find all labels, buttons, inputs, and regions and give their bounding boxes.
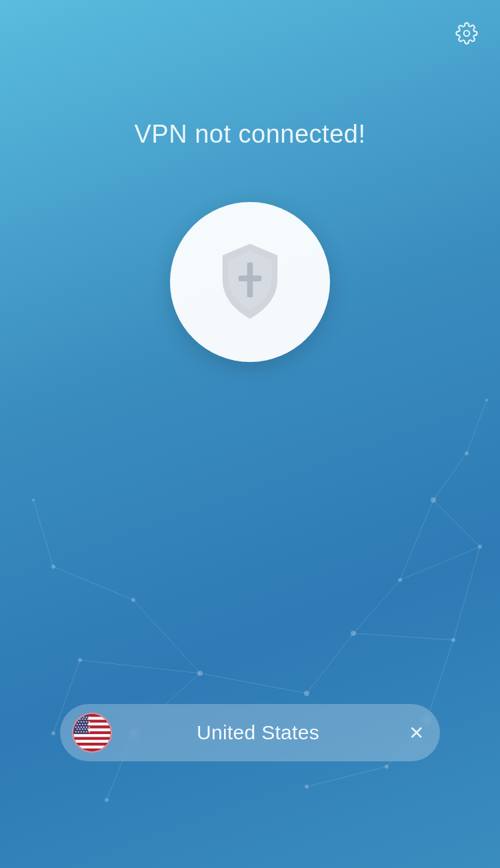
shield-icon xyxy=(207,238,293,327)
svg-rect-41 xyxy=(239,275,262,281)
connect-button[interactable] xyxy=(170,202,330,362)
svg-point-39 xyxy=(464,31,470,37)
vpn-status-title: VPN not connected! xyxy=(135,120,366,149)
settings-button[interactable] xyxy=(452,19,481,48)
